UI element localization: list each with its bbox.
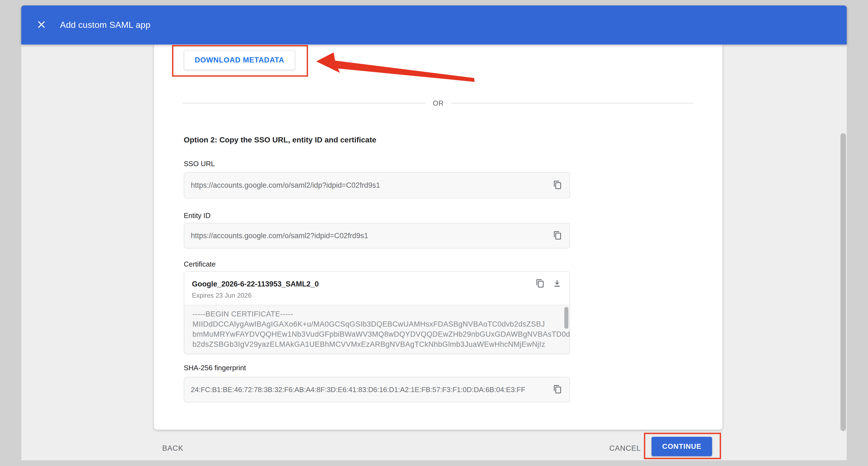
certificate-label: Certificate (184, 260, 216, 268)
certificate-download-button[interactable] (552, 278, 562, 289)
sso-url-label: SSO URL (184, 159, 215, 168)
copy-icon (536, 279, 545, 289)
sso-url-field[interactable]: https://accounts.google.com/o/saml2/idp?… (184, 172, 570, 198)
annotation-box-download-metadata (172, 45, 308, 77)
certificate-scrollbar-thumb[interactable] (564, 307, 568, 329)
sha256-copy-button[interactable] (552, 384, 563, 395)
back-button[interactable]: BACK (162, 441, 183, 455)
certificate-card: Google_2026-6-22-113953_SAML2_0 Expires … (184, 271, 570, 354)
sso-url-value: https://accounts.google.com/o/saml2/idp?… (191, 181, 552, 190)
sha256-label: SHA-256 fingerprint (184, 364, 246, 372)
copy-icon (553, 180, 562, 191)
divider-line-left (183, 103, 425, 104)
or-divider: OR (183, 97, 694, 109)
sha256-value: 24:FC:B1:BE:46:72:78:3B:32:F6:AB:A4:8F:3… (191, 385, 552, 394)
sha256-field[interactable]: 24:FC:B1:BE:46:72:78:3B:32:F6:AB:A4:8F:3… (184, 377, 570, 402)
certificate-pem-line: bmMuMRYwFAYDVQQHEw1Nb3VudGFpbiBWaWV3MQ8w… (192, 329, 560, 340)
dialog-scrollbar-thumb[interactable] (840, 133, 846, 431)
certificate-header: Google_2026-6-22-113953_SAML2_0 Expires … (184, 272, 569, 305)
cancel-button[interactable]: CANCEL (609, 441, 641, 455)
entity-id-copy-button[interactable] (552, 230, 563, 241)
certificate-copy-button[interactable] (535, 278, 546, 289)
certificate-name: Google_2026-6-22-113953_SAML2_0 (192, 280, 563, 288)
or-label: OR (425, 99, 452, 108)
certificate-expiry: Expires 23 Jun 2026 (192, 292, 563, 299)
copy-icon (553, 231, 562, 241)
entity-id-field[interactable]: https://accounts.google.com/o/saml2?idpi… (184, 223, 570, 249)
close-button[interactable] (35, 19, 48, 31)
entity-id-value: https://accounts.google.com/o/saml2?idpi… (191, 232, 552, 240)
entity-id-label: Entity ID (184, 211, 211, 220)
copy-icon (553, 385, 562, 395)
content-card: DOWNLOAD METADATA OR Option 2: Copy the … (154, 45, 722, 430)
close-icon (36, 19, 46, 31)
dialog-title: Add custom SAML app (60, 20, 151, 30)
option2-heading: Option 2: Copy the SSO URL, entity ID an… (184, 136, 376, 144)
sso-url-copy-button[interactable] (552, 180, 563, 191)
certificate-pem-line: MIIDdDCCAlygAwIBAgIGAXo6K+u/MA0GCSqGSIb3… (192, 319, 560, 329)
dialog-titlebar: Add custom SAML app (21, 5, 847, 45)
download-icon (553, 279, 562, 289)
divider-line-right (452, 103, 694, 104)
annotation-box-continue (644, 433, 721, 459)
certificate-pem-area[interactable]: -----BEGIN CERTIFICATE----- MIIDdDCCAlyg… (184, 305, 569, 354)
certificate-pem-line: -----BEGIN CERTIFICATE----- (192, 309, 560, 319)
add-custom-saml-app-dialog: Add custom SAML app DOWNLOAD METADATA OR… (21, 5, 847, 460)
certificate-pem-line: b2dsZSBGb3IgV29yazELMAkGA1UEBhMCVVMxEzAR… (192, 340, 560, 349)
